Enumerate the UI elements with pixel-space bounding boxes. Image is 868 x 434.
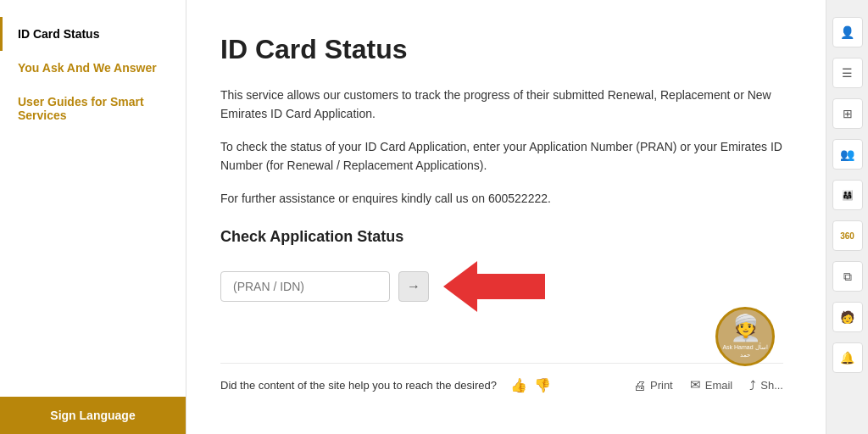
- sidebar-item-id-card-status[interactable]: ID Card Status: [0, 17, 186, 51]
- feedback-question: Did the content of the site help you to …: [220, 379, 497, 392]
- sidebar: ID Card Status You Ask And We Answer Use…: [0, 0, 186, 434]
- input-row: →: [220, 261, 783, 312]
- sidebar-item-label: User Guides for Smart Services: [18, 95, 144, 122]
- share-label: Sh...: [760, 379, 783, 392]
- sidebar-item-label: You Ask And We Answer: [18, 61, 157, 75]
- sidebar-item-user-guides[interactable]: User Guides for Smart Services: [0, 85, 186, 132]
- user-circle-icon: 🧑: [840, 310, 854, 324]
- grid-icon: ⊞: [843, 107, 853, 120]
- description-1: This service allows our customers to tra…: [220, 86, 783, 124]
- 360-icon: 360: [840, 231, 854, 241]
- sign-language-button[interactable]: Sign Language: [0, 397, 186, 434]
- red-arrow-indicator: [444, 261, 545, 312]
- feedback-row: Did the content of the site help you to …: [220, 363, 783, 393]
- right-panel-user-circle-icon[interactable]: 🧑: [832, 302, 863, 332]
- email-icon: ✉: [690, 377, 701, 392]
- arrow-head: [443, 261, 477, 312]
- person-icon: 👤: [840, 25, 854, 39]
- right-panel-people-icon[interactable]: 👥: [832, 139, 863, 170]
- email-label: Email: [705, 379, 733, 392]
- sign-language-label: Sign Language: [50, 409, 135, 422]
- avatar-label: Ask Hamad اسأل حمد: [718, 342, 772, 360]
- right-panel: 👤 ☰ ⊞ 👥 👨‍👩‍👧 360 ⧉ 🧑 🔔: [826, 0, 868, 434]
- submit-arrow-icon: →: [407, 279, 420, 294]
- email-button[interactable]: ✉ Email: [690, 377, 733, 392]
- pran-input[interactable]: [220, 271, 390, 302]
- sidebar-item-label: ID Card Status: [18, 27, 99, 41]
- feedback-actions: 🖨 Print ✉ Email ⤴ Sh...: [633, 377, 783, 392]
- right-panel-list-icon[interactable]: ☰: [832, 58, 863, 88]
- right-panel-bell-icon[interactable]: 🔔: [832, 342, 863, 373]
- print-button[interactable]: 🖨 Print: [633, 378, 673, 392]
- layers-icon: ⧉: [843, 270, 852, 284]
- share-button[interactable]: ⤴ Sh...: [749, 378, 783, 392]
- sidebar-item-you-ask[interactable]: You Ask And We Answer: [0, 51, 186, 85]
- avatar-bubble[interactable]: 👳 Ask Hamad اسأل حمد: [715, 307, 775, 366]
- sidebar-nav: ID Card Status You Ask And We Answer Use…: [0, 0, 186, 149]
- people-icon: 👥: [840, 147, 854, 161]
- thumbs-down-icon[interactable]: 👎: [534, 377, 551, 393]
- submit-button[interactable]: →: [398, 271, 429, 302]
- list-icon: ☰: [842, 66, 853, 80]
- right-panel-360-icon[interactable]: 360: [832, 220, 863, 251]
- right-panel-group-icon[interactable]: 👨‍👩‍👧: [832, 180, 863, 210]
- print-icon: 🖨: [633, 378, 646, 392]
- right-panel-grid-icon[interactable]: ⊞: [832, 98, 863, 129]
- share-icon: ⤴: [749, 378, 756, 392]
- description-3: For further assistance or enquires kindl…: [220, 189, 783, 208]
- check-status-section: Check Application Status →: [220, 228, 783, 312]
- arrow-body: [477, 274, 545, 299]
- feedback-icons: 👍 👎: [510, 377, 551, 393]
- thumbs-up-icon[interactable]: 👍: [510, 377, 527, 393]
- avatar-icon: 👳: [730, 313, 761, 342]
- check-status-title: Check Application Status: [220, 228, 783, 246]
- main-content: ID Card Status This service allows our c…: [186, 0, 826, 434]
- page-title: ID Card Status: [220, 34, 783, 65]
- group-icon: 👨‍👩‍👧: [842, 190, 854, 201]
- bell-icon: 🔔: [840, 351, 854, 364]
- description-2: To check the status of your ID Card Appl…: [220, 137, 783, 175]
- right-panel-person-icon[interactable]: 👤: [832, 17, 863, 47]
- right-panel-layers-icon[interactable]: ⧉: [832, 261, 863, 292]
- print-label: Print: [650, 379, 673, 392]
